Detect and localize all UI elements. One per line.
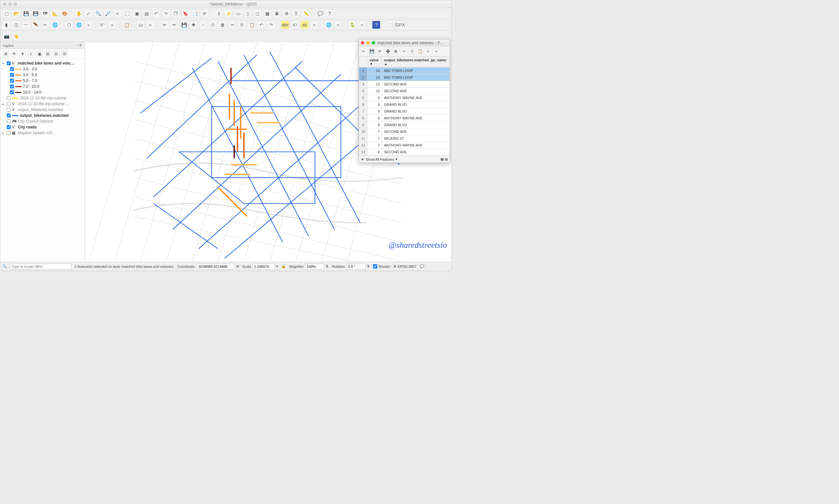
render-toggle[interactable]: Render xyxy=(373,264,390,268)
legend-item[interactable]: 5.0 - 7.0 xyxy=(1,78,84,84)
data-source-button[interactable]: ▮ xyxy=(2,21,11,29)
layer-checkbox[interactable] xyxy=(7,102,11,106)
layer-checkbox[interactable] xyxy=(7,131,11,135)
layer-remove-button[interactable]: ☒ xyxy=(61,50,68,57)
layer-row[interactable]: ▾ V matched bike lanes and volu… xyxy=(1,60,84,66)
node-tool-button[interactable]: ⊙ xyxy=(209,21,217,29)
zoom-out-button[interactable]: 🔎 xyxy=(104,10,112,18)
table-row[interactable]: 107SECOND AVE xyxy=(359,128,450,135)
style-manager-button[interactable]: 🎨 xyxy=(60,10,69,18)
save-button[interactable]: 💾 xyxy=(22,10,30,18)
layers-button[interactable]: 🗂 xyxy=(137,21,145,29)
zoom-last-button[interactable]: ↶ xyxy=(152,10,160,18)
attr-reload-button[interactable]: ⟳ xyxy=(376,48,383,55)
overflow-1[interactable]: » xyxy=(84,21,93,29)
legend-checkbox[interactable] xyxy=(10,73,14,77)
attribute-table-window[interactable]: matched bike lanes and volumes :: F… ✏ 💾… xyxy=(358,39,450,163)
overflow-3[interactable]: » xyxy=(146,21,155,29)
zoom-full-button[interactable]: ⛶ xyxy=(123,10,131,18)
new-bookmark-button[interactable]: 🔖 xyxy=(181,10,190,18)
attribute-table-button[interactable]: ▦ xyxy=(263,10,271,18)
edit-button[interactable]: ✏ xyxy=(170,21,178,29)
crs-group[interactable]: ⊕ EPSG:3857 xyxy=(393,264,416,268)
new-shapefile-button[interactable]: 〰 xyxy=(22,21,30,29)
magnifier-stepper-icon[interactable]: ⇅ xyxy=(326,264,328,268)
attr-header-value[interactable]: value ▼ xyxy=(368,57,382,68)
paste-button[interactable]: 📋 xyxy=(248,21,256,29)
python-button[interactable]: 🐍 xyxy=(348,21,357,29)
overflow-5[interactable]: » xyxy=(334,21,342,29)
attr-minimize-icon[interactable] xyxy=(366,41,370,44)
attr-expression-button[interactable]: ε xyxy=(425,48,432,55)
legend-checkbox[interactable] xyxy=(10,67,14,71)
layer-visibility-button[interactable]: 👁 xyxy=(11,50,18,57)
globe-button[interactable]: 🌐 xyxy=(324,21,333,29)
legend-checkbox[interactable] xyxy=(10,79,14,83)
attr-header-name[interactable]: output_bikelanes.matched_pp_name ▲ xyxy=(382,57,449,68)
close-icon[interactable] xyxy=(3,2,6,6)
legend-item[interactable]: 3.0 - 5.0 xyxy=(1,72,84,78)
attr-copy-button[interactable]: ⎘ xyxy=(409,48,416,55)
table-row[interactable]: 88ANTHONY WAYNE AVE xyxy=(359,115,450,122)
overflow-6[interactable]: » xyxy=(358,21,366,29)
legend-checkbox[interactable] xyxy=(10,90,14,94)
layer-row[interactable]: V output_bikelanes.matched xyxy=(1,107,84,113)
layer-checkbox[interactable] xyxy=(7,61,11,65)
add-feature-button[interactable]: ✚ xyxy=(190,21,198,29)
legend-item[interactable]: 10.0 - 14.0 xyxy=(1,89,84,95)
table-row[interactable]: 114MID TOWN LOOP xyxy=(359,68,450,74)
attr-filter-button[interactable]: ▼ Show All Features ▾ xyxy=(361,157,397,161)
label-abc-button[interactable]: abc xyxy=(281,21,289,29)
layer-tree[interactable]: ▾ V matched bike lanes and volu… 3.0 - 3… xyxy=(0,59,85,137)
attr-table[interactable]: value ▼ output_bikelanes.matched_pp_name… xyxy=(359,56,450,156)
layer-row[interactable]: 🎮 City Council Districts xyxy=(1,119,84,124)
save-edits-button[interactable]: 💾 xyxy=(180,21,188,29)
vector-button[interactable]: ⬡ xyxy=(65,21,73,29)
extents-icon[interactable]: ⊕ xyxy=(236,264,239,268)
map-tips-button[interactable]: 💬 xyxy=(316,10,324,18)
table-row[interactable]: 136SECOND AVE xyxy=(359,149,450,156)
overflow-2[interactable]: » xyxy=(108,21,117,29)
layer-expand-button[interactable]: ⊞ xyxy=(44,50,51,57)
layer-checkbox[interactable] xyxy=(7,113,11,118)
pan-to-selection-button[interactable]: ⤢ xyxy=(84,10,93,18)
minimize-icon[interactable] xyxy=(8,2,12,6)
new-layout-button[interactable]: 🗺 xyxy=(41,10,49,18)
attr-view-toggle[interactable]: ▦ ▤ xyxy=(441,157,448,161)
toolbox-button[interactable]: ⚙ xyxy=(282,10,291,18)
locator-input[interactable] xyxy=(10,264,71,269)
show-bookmarks-button[interactable]: 📑 xyxy=(191,10,199,18)
legend-item[interactable]: 7.0 - 10.0 xyxy=(1,84,84,89)
plugin-button[interactable]: ⬚ xyxy=(386,21,395,29)
camera-button[interactable]: 📷 xyxy=(2,32,11,40)
refresh-button[interactable]: ⟳ xyxy=(200,10,209,18)
attr-overflow[interactable]: » xyxy=(433,48,440,55)
field-calculator-button[interactable]: 🖩 xyxy=(273,10,281,18)
scale-input[interactable] xyxy=(252,264,275,269)
rotation-input[interactable] xyxy=(346,264,365,269)
table-row[interactable]: 59ANTHONY WAYNE AVE xyxy=(359,94,450,101)
select-button[interactable]: ▭ xyxy=(234,10,242,18)
attr-save-button[interactable]: 💾 xyxy=(368,48,375,55)
add-vector-button[interactable]: V⁺ xyxy=(99,21,107,29)
table-row[interactable]: 117WILKINS ST xyxy=(359,135,450,142)
layer-checkbox[interactable] xyxy=(7,108,11,112)
new-project-button[interactable]: ▢ xyxy=(2,10,11,18)
layer-filter-button[interactable]: ▼ xyxy=(19,50,26,57)
label-move-button[interactable]: ab xyxy=(300,21,309,29)
table-row[interactable]: 98GRAND BLVD xyxy=(359,122,450,128)
layer-expression-button[interactable]: ε xyxy=(28,50,35,57)
gpx-button[interactable]: GPX xyxy=(396,21,404,29)
layer-checkbox[interactable] xyxy=(7,120,11,123)
zoom-next-button[interactable]: ↷ xyxy=(162,10,170,18)
table-row[interactable]: 412SECOND AVE xyxy=(359,88,450,94)
layer-row[interactable]: 2018-11-10-flitr-trip-volume xyxy=(1,95,84,101)
deselect-button[interactable]: ◻ xyxy=(253,10,262,18)
attr-paste-button[interactable]: 📋 xyxy=(416,48,424,55)
toggle-editing-button[interactable]: ✏ xyxy=(160,21,169,29)
table-row[interactable]: 127ANTHONY WAYNE AVE xyxy=(359,142,450,149)
layer-row[interactable]: ▸ ▦ Mapbox Streets v10 xyxy=(1,130,84,136)
statistics-button[interactable]: Σ xyxy=(292,10,300,18)
redo-button[interactable]: ↷ xyxy=(267,21,275,29)
measure-button[interactable]: 📏 xyxy=(302,10,310,18)
